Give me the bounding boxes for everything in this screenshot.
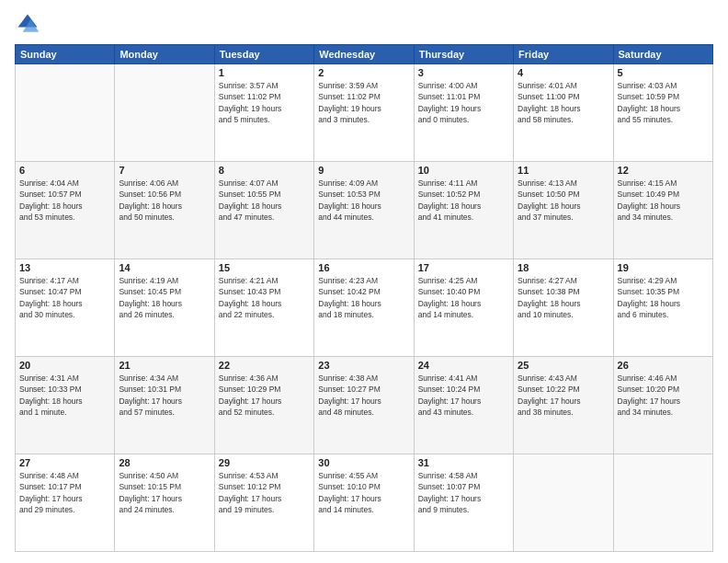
calendar-cell: 21Sunrise: 4:34 AM Sunset: 10:31 PM Dayl…: [115, 357, 214, 454]
day-info: Sunrise: 4:17 AM Sunset: 10:47 PM Daylig…: [19, 275, 110, 320]
day-number: 9: [318, 165, 409, 176]
calendar-cell: 23Sunrise: 4:38 AM Sunset: 10:27 PM Dayl…: [314, 357, 414, 454]
day-number: 6: [19, 165, 110, 176]
logo: [15, 11, 44, 37]
calendar-cell: 29Sunrise: 4:53 AM Sunset: 10:12 PM Dayl…: [214, 454, 313, 552]
day-number: 20: [19, 360, 110, 371]
calendar-cell: 6Sunrise: 4:04 AM Sunset: 10:57 PM Dayli…: [16, 162, 115, 259]
day-info: Sunrise: 4:21 AM Sunset: 10:43 PM Daylig…: [219, 275, 310, 320]
day-number: 16: [318, 262, 409, 273]
week-row-4: 20Sunrise: 4:31 AM Sunset: 10:33 PM Dayl…: [16, 357, 713, 454]
calendar-cell: 30Sunrise: 4:55 AM Sunset: 10:10 PM Dayl…: [314, 454, 414, 552]
day-number: 10: [418, 165, 509, 176]
day-number: 25: [518, 360, 609, 371]
day-info: Sunrise: 4:41 AM Sunset: 10:24 PM Daylig…: [418, 373, 509, 418]
calendar-cell: 15Sunrise: 4:21 AM Sunset: 10:43 PM Dayl…: [214, 259, 313, 357]
weekday-header-row: SundayMondayTuesdayWednesdayThursdayFrid…: [16, 45, 713, 64]
day-number: 27: [19, 457, 110, 468]
calendar-cell: [115, 64, 214, 162]
calendar-cell: 17Sunrise: 4:25 AM Sunset: 10:40 PM Dayl…: [414, 259, 513, 357]
day-number: 24: [418, 360, 509, 371]
day-info: Sunrise: 3:57 AM Sunset: 11:02 PM Daylig…: [219, 80, 310, 125]
weekday-header-monday: Monday: [115, 45, 214, 64]
calendar-cell: 4Sunrise: 4:01 AM Sunset: 11:00 PM Dayli…: [514, 64, 613, 162]
day-info: Sunrise: 4:00 AM Sunset: 11:01 PM Daylig…: [418, 80, 509, 125]
calendar-cell: 22Sunrise: 4:36 AM Sunset: 10:29 PM Dayl…: [214, 357, 313, 454]
calendar-cell: 16Sunrise: 4:23 AM Sunset: 10:42 PM Dayl…: [314, 259, 414, 357]
weekday-header-tuesday: Tuesday: [214, 45, 313, 64]
day-info: Sunrise: 4:13 AM Sunset: 10:50 PM Daylig…: [518, 178, 609, 223]
calendar-cell: 31Sunrise: 4:58 AM Sunset: 10:07 PM Dayl…: [414, 454, 513, 552]
day-info: Sunrise: 4:09 AM Sunset: 10:53 PM Daylig…: [318, 178, 409, 223]
day-number: 11: [518, 165, 609, 176]
day-number: 28: [119, 457, 210, 468]
calendar-cell: [613, 454, 712, 552]
calendar-cell: 3Sunrise: 4:00 AM Sunset: 11:01 PM Dayli…: [414, 64, 513, 162]
day-number: 14: [119, 262, 210, 273]
calendar-cell: 12Sunrise: 4:15 AM Sunset: 10:49 PM Dayl…: [613, 162, 712, 259]
calendar-cell: 2Sunrise: 3:59 AM Sunset: 11:02 PM Dayli…: [314, 64, 414, 162]
day-info: Sunrise: 4:48 AM Sunset: 10:17 PM Daylig…: [19, 470, 110, 515]
calendar-cell: 27Sunrise: 4:48 AM Sunset: 10:17 PM Dayl…: [16, 454, 115, 552]
calendar-cell: 19Sunrise: 4:29 AM Sunset: 10:35 PM Dayl…: [613, 259, 712, 357]
calendar-cell: 24Sunrise: 4:41 AM Sunset: 10:24 PM Dayl…: [414, 357, 513, 454]
day-info: Sunrise: 4:29 AM Sunset: 10:35 PM Daylig…: [618, 275, 709, 320]
day-number: 17: [418, 262, 509, 273]
day-info: Sunrise: 4:50 AM Sunset: 10:15 PM Daylig…: [119, 470, 210, 515]
calendar-cell: 11Sunrise: 4:13 AM Sunset: 10:50 PM Dayl…: [514, 162, 613, 259]
weekday-header-friday: Friday: [514, 45, 613, 64]
day-number: 1: [219, 67, 310, 78]
calendar-cell: 7Sunrise: 4:06 AM Sunset: 10:56 PM Dayli…: [115, 162, 214, 259]
calendar-cell: 28Sunrise: 4:50 AM Sunset: 10:15 PM Dayl…: [115, 454, 214, 552]
calendar-cell: 20Sunrise: 4:31 AM Sunset: 10:33 PM Dayl…: [16, 357, 115, 454]
calendar-cell: [514, 454, 613, 552]
calendar-cell: 18Sunrise: 4:27 AM Sunset: 10:38 PM Dayl…: [514, 259, 613, 357]
calendar-cell: 1Sunrise: 3:57 AM Sunset: 11:02 PM Dayli…: [214, 64, 313, 162]
weekday-header-saturday: Saturday: [613, 45, 712, 64]
day-info: Sunrise: 4:11 AM Sunset: 10:52 PM Daylig…: [418, 178, 509, 223]
day-number: 29: [219, 457, 310, 468]
day-number: 4: [518, 67, 609, 78]
day-number: 15: [219, 262, 310, 273]
day-number: 23: [318, 360, 409, 371]
day-number: 5: [618, 67, 709, 78]
day-info: Sunrise: 4:58 AM Sunset: 10:07 PM Daylig…: [418, 470, 509, 515]
day-info: Sunrise: 3:59 AM Sunset: 11:02 PM Daylig…: [318, 80, 409, 125]
day-info: Sunrise: 4:31 AM Sunset: 10:33 PM Daylig…: [19, 373, 110, 418]
calendar-cell: 5Sunrise: 4:03 AM Sunset: 10:59 PM Dayli…: [613, 64, 712, 162]
weekday-header-thursday: Thursday: [414, 45, 513, 64]
day-number: 3: [418, 67, 509, 78]
day-info: Sunrise: 4:36 AM Sunset: 10:29 PM Daylig…: [219, 373, 310, 418]
day-info: Sunrise: 4:06 AM Sunset: 10:56 PM Daylig…: [119, 178, 210, 223]
day-info: Sunrise: 4:34 AM Sunset: 10:31 PM Daylig…: [119, 373, 210, 418]
day-info: Sunrise: 4:53 AM Sunset: 10:12 PM Daylig…: [219, 470, 310, 515]
day-number: 8: [219, 165, 310, 176]
calendar-cell: 10Sunrise: 4:11 AM Sunset: 10:52 PM Dayl…: [414, 162, 513, 259]
logo-icon: [15, 11, 40, 37]
week-row-5: 27Sunrise: 4:48 AM Sunset: 10:17 PM Dayl…: [16, 454, 713, 552]
day-info: Sunrise: 4:38 AM Sunset: 10:27 PM Daylig…: [318, 373, 409, 418]
day-info: Sunrise: 4:04 AM Sunset: 10:57 PM Daylig…: [19, 178, 110, 223]
weekday-header-sunday: Sunday: [16, 45, 115, 64]
calendar-cell: [16, 64, 115, 162]
day-number: 2: [318, 67, 409, 78]
calendar-cell: 26Sunrise: 4:46 AM Sunset: 10:20 PM Dayl…: [613, 357, 712, 454]
day-number: 13: [19, 262, 110, 273]
day-number: 26: [618, 360, 709, 371]
day-info: Sunrise: 4:23 AM Sunset: 10:42 PM Daylig…: [318, 275, 409, 320]
day-number: 31: [418, 457, 509, 468]
day-info: Sunrise: 4:27 AM Sunset: 10:38 PM Daylig…: [518, 275, 609, 320]
week-row-2: 6Sunrise: 4:04 AM Sunset: 10:57 PM Dayli…: [16, 162, 713, 259]
day-number: 12: [618, 165, 709, 176]
day-info: Sunrise: 4:03 AM Sunset: 10:59 PM Daylig…: [618, 80, 709, 125]
day-info: Sunrise: 4:43 AM Sunset: 10:22 PM Daylig…: [518, 373, 609, 418]
day-number: 7: [119, 165, 210, 176]
day-number: 30: [318, 457, 409, 468]
calendar-cell: 9Sunrise: 4:09 AM Sunset: 10:53 PM Dayli…: [314, 162, 414, 259]
day-number: 21: [119, 360, 210, 371]
calendar-cell: 25Sunrise: 4:43 AM Sunset: 10:22 PM Dayl…: [514, 357, 613, 454]
day-info: Sunrise: 4:19 AM Sunset: 10:45 PM Daylig…: [119, 275, 210, 320]
day-number: 19: [618, 262, 709, 273]
calendar-cell: 13Sunrise: 4:17 AM Sunset: 10:47 PM Dayl…: [16, 259, 115, 357]
day-info: Sunrise: 4:55 AM Sunset: 10:10 PM Daylig…: [318, 470, 409, 515]
